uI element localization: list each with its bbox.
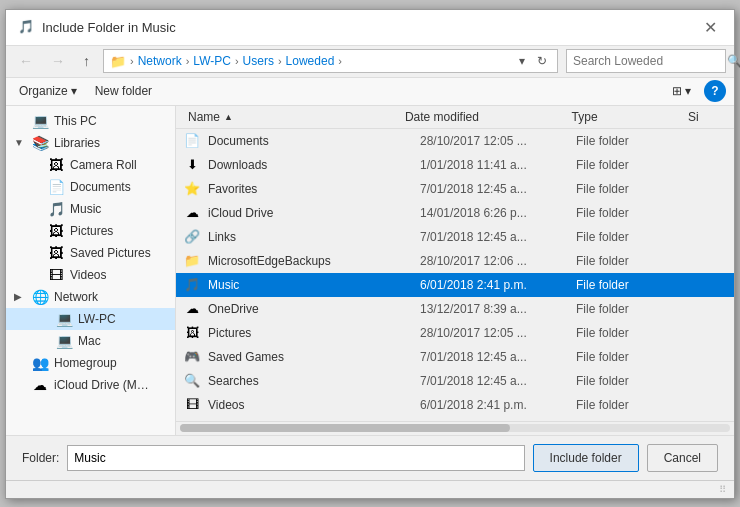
sidebar-icon-music: 🎵 (48, 201, 64, 217)
sidebar-label-saved-pictures: Saved Pictures (70, 246, 151, 260)
file-date: 13/12/2017 8:39 a... (420, 302, 576, 316)
sidebar-item-mac[interactable]: 💻Mac (6, 330, 175, 352)
table-row[interactable]: ☁OneDrive13/12/2017 8:39 a...File folder (176, 297, 734, 321)
file-type: File folder (576, 182, 680, 196)
table-row[interactable]: 🎵Music6/01/2018 2:41 p.m.File folder (176, 273, 734, 297)
file-name: iCloud Drive (204, 206, 420, 220)
content-area: 💻This PC▼📚Libraries🖼Camera Roll📄Document… (6, 106, 734, 435)
main-panel: Name ▲ Date modified Type Si 📄Documents2… (176, 106, 734, 435)
sidebar-icon-camera-roll: 🖼 (48, 157, 64, 173)
sidebar-item-this-pc[interactable]: 💻This PC (6, 110, 175, 132)
table-row[interactable]: 🖼Pictures28/10/2017 12:05 ...File folder (176, 321, 734, 345)
tree-toggle-network[interactable]: ▶ (14, 291, 26, 302)
header-sort-icon: ▲ (224, 112, 233, 122)
sidebar-icon-this-pc: 💻 (32, 113, 48, 129)
sidebar-item-libraries[interactable]: ▼📚Libraries (6, 132, 175, 154)
status-bar: ⠿ (6, 480, 734, 498)
view-button[interactable]: ⊞ ▾ (667, 82, 696, 100)
address-dropdown-button[interactable]: ▾ (515, 52, 529, 70)
dialog-title: Include Folder in Music (42, 20, 176, 35)
horizontal-scrollbar[interactable] (180, 424, 730, 432)
sidebar-item-music[interactable]: 🎵Music (6, 198, 175, 220)
new-folder-button[interactable]: New folder (90, 82, 157, 100)
breadcrumb-loweded[interactable]: Loweded (286, 54, 335, 68)
tree-toggle-libraries[interactable]: ▼ (14, 137, 26, 148)
organize-button[interactable]: Organize ▾ (14, 82, 82, 100)
forward-button[interactable]: → (46, 51, 70, 71)
include-folder-button[interactable]: Include folder (533, 444, 639, 472)
file-name: Links (204, 230, 420, 244)
file-icon: 🎵 (180, 277, 204, 292)
file-type: File folder (576, 158, 680, 172)
back-button[interactable]: ← (14, 51, 38, 71)
file-date: 28/10/2017 12:05 ... (420, 134, 576, 148)
table-row[interactable]: 📁MicrosoftEdgeBackups28/10/2017 12:06 ..… (176, 249, 734, 273)
table-row[interactable]: 🔍Searches7/01/2018 12:45 a...File folder (176, 369, 734, 393)
table-row[interactable]: ☁iCloud Drive14/01/2018 6:26 p...File fo… (176, 201, 734, 225)
file-icon: ⬇ (180, 157, 204, 172)
file-name: Searches (204, 374, 420, 388)
sidebar-icon-lw-pc: 💻 (56, 311, 72, 327)
sidebar-label-network: Network (54, 290, 98, 304)
sidebar-item-documents[interactable]: 📄Documents (6, 176, 175, 198)
file-icon: 🖼 (180, 325, 204, 340)
sidebar-item-camera-roll[interactable]: 🖼Camera Roll (6, 154, 175, 176)
folder-input[interactable] (67, 445, 524, 471)
header-name[interactable]: Name ▲ (180, 106, 397, 128)
header-type[interactable]: Type (564, 106, 680, 128)
sidebar-item-network[interactable]: ▶🌐Network (6, 286, 175, 308)
breadcrumb-network[interactable]: Network (138, 54, 182, 68)
search-input[interactable] (573, 54, 723, 68)
table-row[interactable]: 🎮Saved Games7/01/2018 12:45 a...File fol… (176, 345, 734, 369)
table-row[interactable]: 🔗Links7/01/2018 12:45 a...File folder (176, 225, 734, 249)
sidebar-item-pictures[interactable]: 🖼Pictures (6, 220, 175, 242)
sidebar: 💻This PC▼📚Libraries🖼Camera Roll📄Document… (6, 106, 176, 435)
file-name: Videos (204, 398, 420, 412)
sidebar-item-homegroup[interactable]: 👥Homegroup (6, 352, 175, 374)
sidebar-item-saved-pictures[interactable]: 🖼Saved Pictures (6, 242, 175, 264)
file-date: 1/01/2018 11:41 a... (420, 158, 576, 172)
sidebar-label-documents: Documents (70, 180, 131, 194)
file-icon: 🎮 (180, 349, 204, 364)
file-icon: 🔗 (180, 229, 204, 244)
header-date[interactable]: Date modified (397, 106, 564, 128)
file-type: File folder (576, 134, 680, 148)
sidebar-label-homegroup: Homegroup (54, 356, 117, 370)
file-icon: 📄 (180, 133, 204, 148)
sidebar-label-videos: Videos (70, 268, 106, 282)
sidebar-label-camera-roll: Camera Roll (70, 158, 137, 172)
header-size[interactable]: Si (680, 106, 730, 128)
sidebar-icon-icloud-drive: ☁ (32, 377, 48, 393)
sidebar-item-lw-pc[interactable]: 💻LW-PC (6, 308, 175, 330)
cancel-button[interactable]: Cancel (647, 444, 718, 472)
up-button[interactable]: ↑ (78, 51, 95, 71)
address-refresh-button[interactable]: ↻ (533, 52, 551, 70)
sidebar-label-music: Music (70, 202, 101, 216)
sidebar-label-mac: Mac (78, 334, 101, 348)
horizontal-scrollbar-thumb[interactable] (180, 424, 510, 432)
file-type: File folder (576, 350, 680, 364)
sidebar-label-libraries: Libraries (54, 136, 100, 150)
sidebar-icon-homegroup: 👥 (32, 355, 48, 371)
file-icon: 🎞 (180, 397, 204, 412)
breadcrumb-users[interactable]: Users (243, 54, 274, 68)
sidebar-icon-saved-pictures: 🖼 (48, 245, 64, 261)
file-name: Favorites (204, 182, 420, 196)
close-button[interactable]: ✕ (698, 15, 722, 39)
sidebar-item-icloud-drive[interactable]: ☁iCloud Drive (M… (6, 374, 175, 396)
sidebar-item-videos[interactable]: 🎞Videos (6, 264, 175, 286)
table-row[interactable]: ⭐Favorites7/01/2018 12:45 a...File folde… (176, 177, 734, 201)
view-chevron-icon: ▾ (685, 84, 691, 98)
table-row[interactable]: 📄Documents28/10/2017 12:05 ...File folde… (176, 129, 734, 153)
file-date: 7/01/2018 12:45 a... (420, 374, 576, 388)
table-row[interactable]: 🎞Videos6/01/2018 2:41 p.m.File folder (176, 393, 734, 417)
breadcrumb-lwpc[interactable]: LW-PC (193, 54, 231, 68)
file-type: File folder (576, 374, 680, 388)
table-row[interactable]: ⬇Downloads1/01/2018 11:41 a...File folde… (176, 153, 734, 177)
search-icon: 🔍 (727, 54, 740, 68)
file-type: File folder (576, 230, 680, 244)
help-button[interactable]: ? (704, 80, 726, 102)
address-controls: ▾ ↻ (515, 52, 551, 70)
sidebar-label-lw-pc: LW-PC (78, 312, 116, 326)
nav-toolbar: ← → ↑ 📁 › Network › LW-PC › Users › Lowe… (6, 46, 734, 78)
